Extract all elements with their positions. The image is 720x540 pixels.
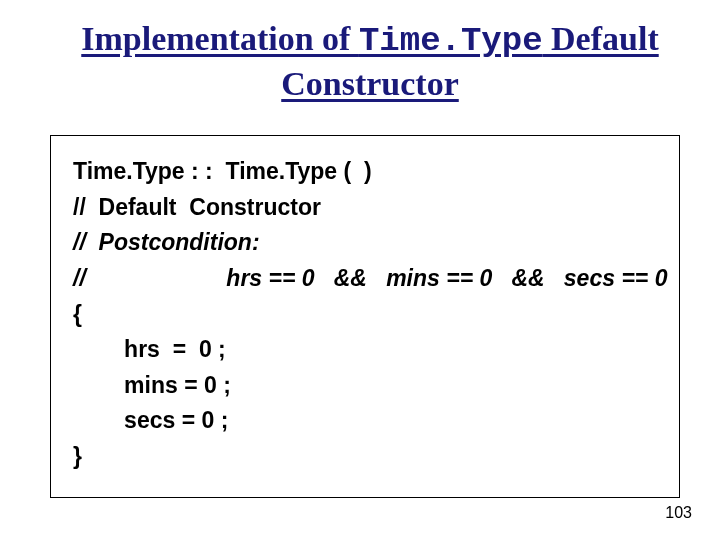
- code-line-body-2: mins = 0 ;: [73, 368, 657, 404]
- slide: Implementation of Time.Type Default Cons…: [0, 0, 720, 540]
- code-line-comment-1: // Default Constructor: [73, 190, 657, 226]
- slide-title: Implementation of Time.Type Default Cons…: [50, 18, 690, 105]
- code-line-body-1: hrs = 0 ;: [73, 332, 657, 368]
- title-part-mono: Time.Type: [359, 22, 543, 60]
- code-line-signature: Time.Type : : Time.Type ( ): [73, 154, 657, 190]
- code-line-close-brace: }: [73, 439, 657, 475]
- code-line-open-brace: {: [73, 297, 657, 333]
- page-number: 103: [665, 504, 692, 522]
- code-line-comment-2: // Postcondition:: [73, 225, 657, 261]
- code-box: Time.Type : : Time.Type ( ) // Default C…: [50, 135, 680, 498]
- title-part-pre: Implementation of: [81, 20, 359, 57]
- code-line-comment-3: // hrs == 0 && mins == 0 && secs == 0: [73, 261, 657, 297]
- code-line-body-3: secs = 0 ;: [73, 403, 657, 439]
